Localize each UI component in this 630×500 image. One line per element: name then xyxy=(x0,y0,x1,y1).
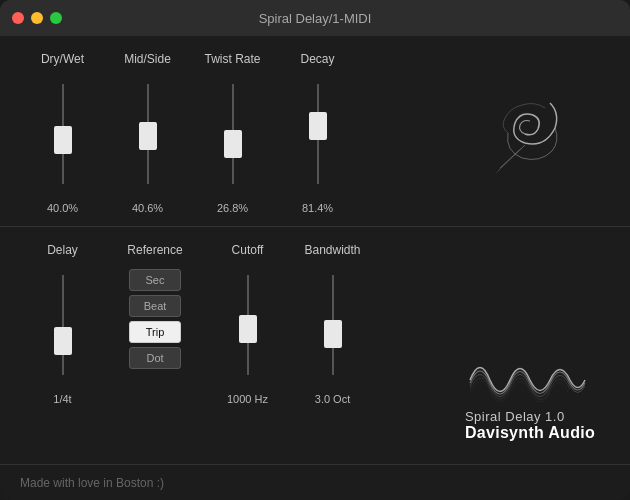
drywet-label: Dry/Wet xyxy=(41,52,84,66)
midside-group: Mid/Side 40.6% xyxy=(105,52,190,214)
bandwidth-label: Bandwidth xyxy=(304,243,360,257)
footer-text: Made with love in Boston :) xyxy=(20,476,164,490)
cutoff-slider[interactable] xyxy=(247,265,249,385)
midside-thumb[interactable] xyxy=(139,122,157,150)
twistrate-label: Twist Rate xyxy=(204,52,260,66)
ref-btn-dot[interactable]: Dot xyxy=(129,347,181,369)
top-logo-svg xyxy=(470,83,590,183)
midside-track xyxy=(147,84,149,184)
decay-track xyxy=(317,84,319,184)
bottom-section: Delay 1/4t Reference Sec Beat Trip xyxy=(0,227,630,464)
maximize-button[interactable] xyxy=(50,12,62,24)
twistrate-track xyxy=(232,84,234,184)
bandwidth-group: Bandwidth 3.0 Oct xyxy=(290,243,375,452)
drywet-value: 40.0% xyxy=(47,202,78,214)
title-bar: Spiral Delay/1-MIDI xyxy=(0,0,630,36)
twistrate-group: Twist Rate 26.8% xyxy=(190,52,275,214)
cutoff-track xyxy=(247,275,249,375)
twistrate-thumb[interactable] xyxy=(224,130,242,158)
drywet-slider[interactable] xyxy=(62,74,64,194)
drywet-group: Dry/Wet 40.0% xyxy=(20,52,105,214)
footer: Made with love in Boston :) xyxy=(0,464,630,500)
close-button[interactable] xyxy=(12,12,24,24)
twistrate-value: 26.8% xyxy=(217,202,248,214)
decay-thumb[interactable] xyxy=(309,112,327,140)
top-section: Dry/Wet 40.0% Mid/Side xyxy=(0,36,630,227)
cutoff-group: Cutoff 1000 Hz xyxy=(205,243,290,452)
delay-thumb[interactable] xyxy=(54,327,72,355)
top-logo-area xyxy=(450,52,610,214)
brand-logo-svg xyxy=(460,345,600,405)
ref-btn-trip[interactable]: Trip xyxy=(129,321,181,343)
reference-label: Reference xyxy=(127,243,182,257)
delay-track xyxy=(62,275,64,375)
ref-btn-sec[interactable]: Sec xyxy=(129,269,181,291)
brand-line1: Spiral Delay 1.0 xyxy=(465,409,565,424)
midside-value: 40.6% xyxy=(132,202,163,214)
twistrate-slider[interactable] xyxy=(232,74,234,194)
cutoff-value: 1000 Hz xyxy=(227,393,268,405)
drywet-track xyxy=(62,84,64,184)
midside-slider[interactable] xyxy=(147,74,149,194)
traffic-lights xyxy=(12,12,62,24)
bottom-logo-area: Spiral Delay 1.0 Davisynth Audio xyxy=(450,243,610,452)
decay-group: Decay 81.4% xyxy=(275,52,360,214)
main-content: Dry/Wet 40.0% Mid/Side xyxy=(0,36,630,464)
brand-line2: Davisynth Audio xyxy=(465,424,595,442)
reference-group: Reference Sec Beat Trip Dot xyxy=(105,243,205,452)
bandwidth-thumb[interactable] xyxy=(324,320,342,348)
top-knobs-row: Dry/Wet 40.0% Mid/Side xyxy=(20,52,450,214)
cutoff-thumb[interactable] xyxy=(239,315,257,343)
bandwidth-track xyxy=(332,275,334,375)
ref-btn-beat[interactable]: Beat xyxy=(129,295,181,317)
delay-slider[interactable] xyxy=(62,265,64,385)
decay-slider[interactable] xyxy=(317,74,319,194)
delay-value: 1/4t xyxy=(53,393,71,405)
minimize-button[interactable] xyxy=(31,12,43,24)
reference-buttons: Sec Beat Trip Dot xyxy=(129,269,181,369)
bandwidth-value: 3.0 Oct xyxy=(315,393,350,405)
decay-label: Decay xyxy=(300,52,334,66)
window-title: Spiral Delay/1-MIDI xyxy=(259,11,372,26)
brand-logo-text: Spiral Delay 1.0 Davisynth Audio xyxy=(465,409,595,442)
delay-label: Delay xyxy=(47,243,78,257)
bottom-knobs-row: Delay 1/4t Reference Sec Beat Trip xyxy=(20,243,450,452)
drywet-thumb[interactable] xyxy=(54,126,72,154)
decay-value: 81.4% xyxy=(302,202,333,214)
app-window: Spiral Delay/1-MIDI Dry/Wet 40.0% Mi xyxy=(0,0,630,500)
midside-label: Mid/Side xyxy=(124,52,171,66)
delay-group: Delay 1/4t xyxy=(20,243,105,452)
svg-line-2 xyxy=(496,150,519,173)
cutoff-label: Cutoff xyxy=(232,243,264,257)
bandwidth-slider[interactable] xyxy=(332,265,334,385)
